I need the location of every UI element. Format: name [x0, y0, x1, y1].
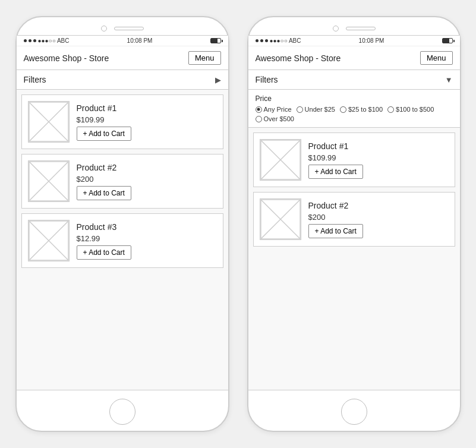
- menu-button-2[interactable]: Menu: [420, 51, 453, 65]
- screen-1: ●●●○○ ABC 10:08 PM Awesome Shop - Store …: [17, 35, 228, 390]
- status-carrier-2: ●●●○○ ABC: [256, 37, 301, 44]
- speaker-1: [114, 27, 144, 30]
- add-to-cart-button-2-2[interactable]: + Add to Cart: [308, 224, 363, 238]
- carrier-text-1: ●●●○○ ABC: [38, 37, 70, 44]
- signal-2: [29, 39, 31, 42]
- product-image-2-1: [260, 139, 301, 181]
- app-title-1: Awesome Shop - Store: [24, 53, 109, 63]
- filters-label-2: Filters: [256, 75, 278, 84]
- status-bar-1: ●●●○○ ABC 10:08 PM: [17, 36, 228, 46]
- camera-1: [101, 26, 107, 31]
- product-price-2-2: $200: [308, 213, 363, 222]
- product-name-1-1: Product #1: [77, 103, 131, 113]
- filter-price-label: Price: [256, 94, 453, 103]
- filter-option-25-100[interactable]: $25 to $100: [340, 106, 383, 113]
- product-name-1-3: Product #3: [77, 222, 131, 232]
- signal-2-1: [256, 39, 259, 42]
- product-card-1-1: Product #1 $109.99 + Add to Cart: [21, 94, 223, 149]
- home-button-2[interactable]: [341, 399, 367, 425]
- product-price-1-3: $12.99: [77, 234, 131, 243]
- product-name-2-1: Product #1: [308, 141, 363, 151]
- filter-option-label-under-25: Under $25: [305, 106, 335, 113]
- product-image-2-2: [260, 198, 301, 240]
- product-info-1-3: Product #3 $12.99 + Add to Cart: [77, 222, 131, 260]
- radio-100-500: [387, 106, 394, 113]
- speaker-2: [346, 27, 376, 30]
- home-button-1[interactable]: [109, 399, 135, 425]
- status-carrier-1: ●●●○○ ABC: [24, 37, 70, 44]
- radio-under-25: [297, 106, 303, 113]
- product-price-1-2: $200: [77, 175, 131, 184]
- filter-option-label-any-price: Any Price: [264, 106, 292, 113]
- products-area-2: Product #1 $109.99 + Add to Cart Product…: [248, 128, 460, 390]
- filter-option-over-500[interactable]: Over $500: [256, 115, 294, 122]
- product-card-2-1: Product #1 $109.99 + Add to Cart: [253, 132, 455, 187]
- signal-3: [33, 39, 36, 42]
- signal-2-2: [260, 39, 263, 42]
- phone-bottom-2: [248, 390, 460, 431]
- filter-option-label-100-500: $100 to $500: [396, 106, 434, 113]
- filters-bar-2[interactable]: Filters ▼: [248, 70, 460, 90]
- phone-bottom-1: [17, 390, 228, 431]
- signal-2-3: [265, 39, 268, 42]
- app-header-2: Awesome Shop - Store Menu: [248, 46, 460, 70]
- filters-toggle-icon-2: ▼: [445, 75, 453, 84]
- filter-panel-2: Price Any Price Under $25 $25 to $100 $1…: [248, 90, 460, 128]
- filters-bar-1[interactable]: Filters ▶: [17, 70, 228, 90]
- carrier-text-2: ●●●○○ ABC: [270, 37, 301, 44]
- product-info-1-2: Product #2 $200 + Add to Cart: [77, 163, 131, 200]
- filter-option-100-500[interactable]: $100 to $500: [387, 106, 434, 113]
- filters-toggle-icon-1: ▶: [215, 75, 221, 84]
- product-image-1-2: [28, 160, 70, 202]
- battery-2: [442, 38, 453, 43]
- phone-2: ●●●○○ ABC 10:08 PM Awesome Shop - Store …: [247, 16, 461, 432]
- time-1: 10:08 PM: [127, 37, 153, 44]
- app-title-2: Awesome Shop - Store: [256, 53, 341, 63]
- add-to-cart-button-1-1[interactable]: + Add to Cart: [77, 127, 131, 141]
- radio-over-500: [256, 116, 262, 122]
- screen-2: ●●●○○ ABC 10:08 PM Awesome Shop - Store …: [248, 35, 460, 390]
- filter-options-2: Any Price Under $25 $25 to $100 $100 to …: [256, 106, 453, 122]
- phone-1: ●●●○○ ABC 10:08 PM Awesome Shop - Store …: [15, 16, 229, 432]
- product-card-1-3: Product #3 $12.99 + Add to Cart: [21, 213, 223, 268]
- filter-option-under-25[interactable]: Under $25: [297, 106, 335, 113]
- filters-label-1: Filters: [24, 75, 46, 84]
- status-bar-2: ●●●○○ ABC 10:08 PM: [248, 36, 460, 46]
- add-to-cart-button-1-2[interactable]: + Add to Cart: [77, 186, 131, 200]
- products-area-1: Product #1 $109.99 + Add to Cart Product…: [17, 90, 228, 390]
- product-info-2-2: Product #2 $200 + Add to Cart: [308, 201, 363, 238]
- menu-button-1[interactable]: Menu: [188, 51, 221, 65]
- filter-option-label-over-500: Over $500: [264, 115, 294, 122]
- radio-any-price: [256, 106, 262, 113]
- filter-option-label-25-100: $25 to $100: [348, 106, 383, 113]
- phone-top-2: [248, 17, 460, 35]
- add-to-cart-button-1-3[interactable]: + Add to Cart: [77, 245, 131, 260]
- product-info-1-1: Product #1 $109.99 + Add to Cart: [77, 103, 131, 141]
- filter-option-any-price[interactable]: Any Price: [256, 106, 292, 113]
- product-price-1-1: $109.99: [77, 115, 131, 124]
- battery-1: [210, 38, 221, 43]
- product-price-2-1: $109.99: [308, 153, 363, 162]
- product-card-2-2: Product #2 $200 + Add to Cart: [253, 192, 455, 247]
- product-image-1-1: [28, 101, 70, 143]
- product-name-2-2: Product #2: [308, 201, 363, 210]
- battery-fill-2: [443, 39, 449, 43]
- app-header-1: Awesome Shop - Store Menu: [17, 46, 228, 70]
- product-image-1-3: [28, 220, 70, 261]
- add-to-cart-button-2-1[interactable]: + Add to Cart: [308, 165, 363, 179]
- radio-25-100: [340, 106, 346, 113]
- product-name-1-2: Product #2: [77, 163, 131, 172]
- phone-top-1: [17, 17, 228, 35]
- battery-fill-1: [211, 39, 217, 43]
- time-2: 10:08 PM: [359, 37, 384, 44]
- product-card-1-2: Product #2 $200 + Add to Cart: [21, 154, 223, 209]
- camera-2: [333, 26, 339, 31]
- signal-1: [24, 39, 27, 42]
- product-info-2-1: Product #1 $109.99 + Add to Cart: [308, 141, 363, 179]
